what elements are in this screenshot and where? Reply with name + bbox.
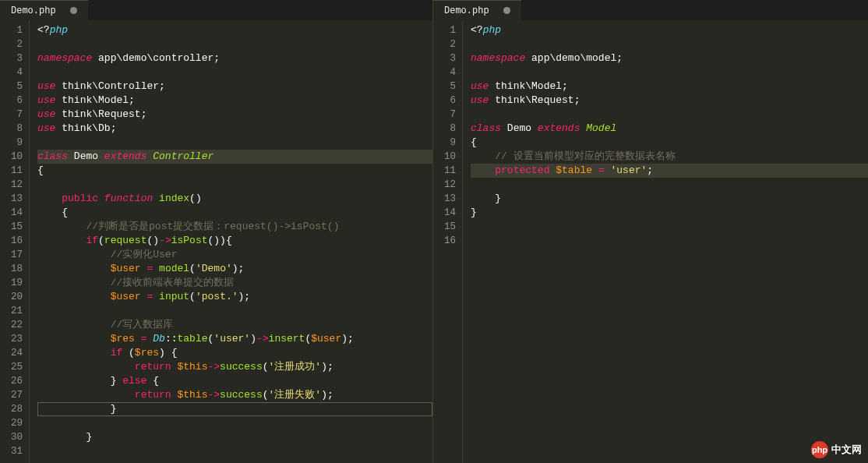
code-line[interactable]: $res = Db::table('user')->insert($user); bbox=[37, 332, 432, 346]
line-number: 28 bbox=[11, 402, 23, 416]
code-line[interactable]: protected $table = 'user'; bbox=[471, 164, 868, 178]
code-line[interactable]: $user = model('Demo'); bbox=[37, 262, 432, 276]
code-line[interactable] bbox=[471, 108, 868, 122]
line-number: 4 bbox=[444, 65, 456, 80]
line-number: 4 bbox=[11, 65, 23, 80]
code-line[interactable]: class Demo extends Model bbox=[471, 122, 868, 136]
code-line[interactable]: } else { bbox=[37, 374, 432, 388]
line-number: 11 bbox=[11, 164, 23, 178]
tab-label: Demo.php bbox=[444, 5, 489, 16]
tab-bar-right: Demo.php bbox=[433, 0, 868, 20]
code-line[interactable] bbox=[37, 65, 432, 80]
tab-demo-php-left[interactable]: Demo.php bbox=[0, 0, 88, 20]
line-number: 20 bbox=[11, 290, 23, 304]
code-line[interactable]: //接收前端表单提交的数据 bbox=[37, 276, 432, 290]
line-number: 19 bbox=[11, 276, 23, 290]
line-number: 24 bbox=[11, 346, 23, 360]
code-line[interactable] bbox=[471, 220, 868, 234]
code-line[interactable]: } bbox=[471, 206, 868, 220]
line-number: 15 bbox=[11, 220, 23, 234]
code-line[interactable] bbox=[37, 37, 432, 51]
code-line[interactable]: } bbox=[37, 430, 432, 444]
code-line[interactable]: use think\Request; bbox=[471, 94, 868, 108]
code-line[interactable]: if(request()->isPost()){ bbox=[37, 234, 432, 248]
code-line[interactable]: class Demo extends Controller bbox=[37, 150, 432, 164]
code-line[interactable]: use think\Model; bbox=[471, 80, 868, 94]
line-number: 11 bbox=[444, 164, 456, 178]
code-line[interactable]: { bbox=[471, 136, 868, 150]
code-line[interactable]: // 设置当前模型对应的完整数据表名称 bbox=[471, 150, 868, 164]
line-number: 5 bbox=[444, 80, 456, 94]
line-number: 14 bbox=[444, 206, 456, 220]
line-number: 17 bbox=[11, 248, 23, 262]
tab-bar-left: Demo.php bbox=[0, 0, 432, 20]
code-line[interactable]: use think\Db; bbox=[37, 122, 432, 136]
line-number: 14 bbox=[11, 206, 23, 220]
line-number: 13 bbox=[11, 192, 23, 206]
line-number: 22 bbox=[11, 318, 23, 332]
line-number: 29 bbox=[11, 416, 23, 430]
line-number: 12 bbox=[11, 178, 23, 192]
line-number: 9 bbox=[11, 136, 23, 150]
close-icon[interactable] bbox=[70, 7, 77, 14]
line-number: 2 bbox=[11, 37, 23, 51]
code-line[interactable] bbox=[471, 178, 868, 192]
code-line[interactable] bbox=[471, 65, 868, 80]
editor-right[interactable]: 12345678910111213141516 <?php namespace … bbox=[433, 20, 868, 463]
code-line[interactable]: if ($res) { bbox=[37, 346, 432, 360]
line-number: 15 bbox=[444, 220, 456, 234]
line-number: 3 bbox=[444, 51, 456, 65]
code-line[interactable]: } bbox=[471, 192, 868, 206]
line-number: 26 bbox=[11, 374, 23, 388]
code-line[interactable] bbox=[471, 37, 868, 51]
code-line[interactable] bbox=[37, 304, 432, 318]
line-number: 7 bbox=[11, 108, 23, 122]
code-line[interactable]: use think\Controller; bbox=[37, 80, 432, 94]
code-line[interactable]: use think\Model; bbox=[37, 94, 432, 108]
line-number: 7 bbox=[444, 108, 456, 122]
code-line[interactable] bbox=[471, 234, 868, 248]
code-line[interactable]: public function index() bbox=[37, 192, 432, 206]
tab-label: Demo.php bbox=[11, 5, 56, 16]
line-number: 6 bbox=[444, 94, 456, 108]
code-line[interactable] bbox=[37, 136, 432, 150]
code-line[interactable] bbox=[37, 178, 432, 192]
code-line[interactable]: return $this->success('注册成功'); bbox=[37, 360, 432, 374]
line-number: 27 bbox=[11, 388, 23, 402]
code-line[interactable]: } bbox=[37, 402, 432, 416]
code-line[interactable]: namespace app\demo\controller; bbox=[37, 51, 432, 65]
code-line[interactable]: { bbox=[37, 206, 432, 220]
line-number: 16 bbox=[444, 234, 456, 248]
code-line[interactable]: //写入数据库 bbox=[37, 318, 432, 332]
code-line[interactable]: namespace app\demo\model; bbox=[471, 51, 868, 65]
tab-demo-php-right[interactable]: Demo.php bbox=[433, 0, 521, 20]
line-number: 3 bbox=[11, 51, 23, 65]
watermark: php 中文网 bbox=[811, 441, 862, 458]
editor-pane-right: Demo.php 12345678910111213141516 <?php n… bbox=[433, 0, 868, 463]
code-line[interactable]: { bbox=[37, 164, 432, 178]
line-number: 25 bbox=[11, 360, 23, 374]
code-line[interactable] bbox=[37, 444, 432, 458]
line-number: 8 bbox=[444, 122, 456, 136]
editor-pane-left: Demo.php 1234567891011121314151617181920… bbox=[0, 0, 433, 463]
code-line[interactable]: return $this->success('注册失败'); bbox=[37, 388, 432, 402]
line-number: 5 bbox=[11, 80, 23, 94]
line-number: 31 bbox=[11, 444, 23, 458]
editor-left[interactable]: 1234567891011121314151617181920212223242… bbox=[0, 20, 432, 463]
line-number: 18 bbox=[11, 262, 23, 276]
code-line[interactable]: <?php bbox=[37, 23, 432, 37]
code-area-left[interactable]: <?php namespace app\demo\controller; use… bbox=[30, 20, 432, 463]
line-number: 1 bbox=[11, 23, 23, 37]
line-number: 12 bbox=[444, 178, 456, 192]
code-area-right[interactable]: <?php namespace app\demo\model; use thin… bbox=[463, 20, 868, 463]
line-number: 16 bbox=[11, 234, 23, 248]
code-line[interactable]: use think\Request; bbox=[37, 108, 432, 122]
close-icon[interactable] bbox=[503, 7, 510, 14]
line-number: 2 bbox=[444, 37, 456, 51]
code-line[interactable]: //判断是否是post提交数据：request()->isPost() bbox=[37, 220, 432, 234]
code-line[interactable] bbox=[37, 416, 432, 430]
code-line[interactable]: //实例化User bbox=[37, 248, 432, 262]
line-number: 8 bbox=[11, 122, 23, 136]
code-line[interactable]: $user = input('post.'); bbox=[37, 290, 432, 304]
code-line[interactable]: <?php bbox=[471, 23, 868, 37]
